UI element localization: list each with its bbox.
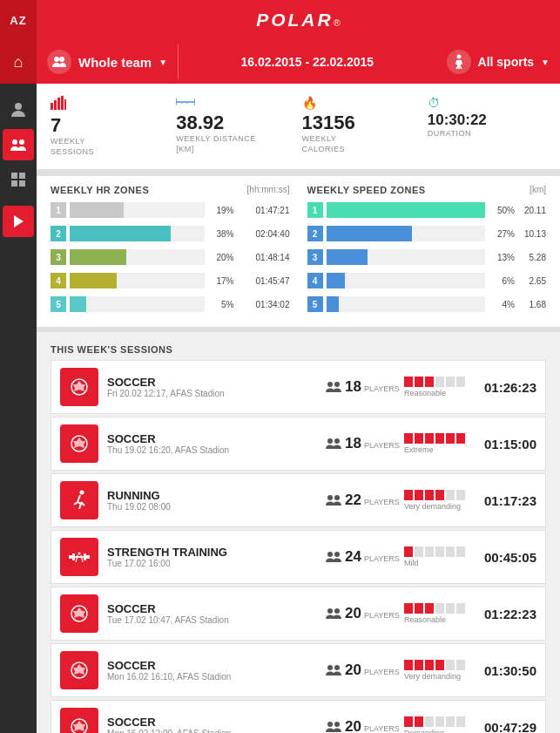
team-selector[interactable]: Whole team ▼ bbox=[37, 44, 179, 79]
players-label: PLAYERS bbox=[364, 554, 400, 563]
calories-label: WEEKLYCALORIES bbox=[302, 134, 346, 154]
sidebar-icon-user[interactable] bbox=[3, 94, 34, 126]
calories-value: 13156 bbox=[302, 112, 355, 134]
sport-selector[interactable]: All sports ▼ bbox=[436, 44, 560, 79]
svg-point-29 bbox=[334, 438, 340, 444]
session-sport-icon bbox=[60, 481, 98, 519]
hr-zone-row: 1 19% 01:47:21 bbox=[51, 200, 290, 220]
session-detail: Tue 17.02 10:47, AFAS Stadion bbox=[107, 615, 326, 625]
svg-point-5 bbox=[15, 103, 22, 110]
home-icon[interactable]: ⌂ bbox=[14, 53, 24, 71]
session-duration: 00:45:05 bbox=[474, 550, 536, 565]
calories-icon: 🔥 bbox=[302, 96, 317, 110]
session-duration: 01:17:23 bbox=[474, 493, 536, 508]
session-sport-icon bbox=[60, 651, 98, 689]
load-label: Demanding bbox=[404, 729, 444, 733]
session-card[interactable]: SOCCER Thu 19.02 16:20, AFAS Stadion 18 … bbox=[51, 417, 546, 471]
session-players: 18 PLAYERS bbox=[326, 378, 404, 396]
load-bars bbox=[404, 490, 465, 500]
load-bars bbox=[404, 546, 465, 557]
session-load: Very demanding bbox=[404, 660, 474, 681]
svg-point-52 bbox=[334, 722, 340, 727]
speed-zone-row: 1 50% 20.11 bbox=[307, 200, 547, 220]
svg-point-30 bbox=[80, 491, 84, 495]
load-label: Very demanding bbox=[404, 672, 461, 681]
svg-rect-10 bbox=[11, 180, 17, 187]
svg-point-38 bbox=[78, 553, 81, 555]
svg-rect-14 bbox=[54, 100, 57, 110]
session-card[interactable]: SOCCER Fri 20.02 12:17, AFAS Stadion 18 … bbox=[51, 360, 546, 414]
session-info: SOCCER Mon 16.02 16:10, AFAS Stadion bbox=[107, 659, 326, 682]
polar-logo: POLAR® bbox=[256, 10, 341, 31]
svg-point-0 bbox=[54, 57, 59, 62]
speed-zones-title: WEEKLY SPEED ZONES bbox=[307, 185, 426, 195]
session-load: Reasonable bbox=[404, 377, 474, 397]
svg-point-2 bbox=[456, 55, 461, 59]
speed-zones: WEEKLY SPEED ZONES [km] 1 50% 20.11 2 27… bbox=[307, 185, 547, 318]
session-duration: 01:22:23 bbox=[474, 607, 536, 621]
load-bars bbox=[404, 660, 465, 670]
session-info: RUNNING Thu 19.02 08:00 bbox=[107, 489, 326, 512]
session-players: 20 PLAYERS bbox=[326, 662, 404, 679]
session-card[interactable]: RUNNING Thu 19.02 08:00 22 PLAYERS Very … bbox=[51, 473, 546, 527]
session-players: 20 PLAYERS bbox=[326, 605, 404, 622]
session-sport-icon bbox=[60, 368, 98, 406]
svg-marker-12 bbox=[14, 215, 24, 227]
sessions-value: 7 bbox=[51, 114, 61, 137]
players-count: 20 bbox=[345, 718, 361, 733]
session-players: 20 PLAYERS bbox=[326, 718, 404, 733]
session-info: STRENGTH TRAINING Tue 17.02 16:00 bbox=[107, 546, 326, 568]
session-detail: Thu 19.02 08:00 bbox=[107, 502, 326, 512]
az-logo: AZ bbox=[0, 0, 37, 40]
distance-icon: ←→ bbox=[176, 96, 195, 110]
session-load: Demanding bbox=[404, 716, 474, 733]
team-dropdown-arrow: ▼ bbox=[159, 58, 167, 67]
svg-marker-42 bbox=[73, 607, 85, 618]
sidebar-icon-team[interactable] bbox=[3, 129, 34, 160]
session-card[interactable]: STRENGTH TRAINING Tue 17.02 16:00 24 PLA… bbox=[51, 530, 546, 584]
svg-marker-50 bbox=[73, 721, 85, 731]
load-label: Reasonable bbox=[404, 615, 446, 624]
session-name: SOCCER bbox=[107, 432, 326, 445]
session-info: SOCCER Fri 20.02 12:17, AFAS Stadion bbox=[107, 376, 326, 398]
session-info: SOCCER Thu 19.02 16:20, AFAS Stadion bbox=[107, 432, 326, 455]
sport-dropdown-arrow: ▼ bbox=[541, 58, 550, 67]
date-range: 16.02.2015 - 22.02.2015 bbox=[179, 55, 435, 69]
sidebar-icon-grid[interactable] bbox=[3, 164, 34, 195]
hr-zones-unit: [hh:mm:ss] bbox=[247, 185, 290, 195]
session-name: STRENGTH TRAINING bbox=[107, 546, 326, 559]
load-label: Mild bbox=[404, 559, 419, 567]
svg-point-39 bbox=[327, 552, 333, 557]
load-bars bbox=[404, 377, 465, 387]
zones-container: WEEKLY HR ZONES [hh:mm:ss] 1 19% 01:47:2… bbox=[37, 176, 560, 327]
svg-marker-23 bbox=[73, 381, 85, 391]
session-card[interactable]: SOCCER Mon 16.02 16:10, AFAS Stadion 20 … bbox=[51, 643, 546, 697]
players-label: PLAYERS bbox=[364, 498, 400, 506]
session-detail: Tue 17.02 16:00 bbox=[107, 559, 326, 568]
hr-zone-row: 3 20% 01:48:14 bbox=[51, 248, 290, 267]
session-card[interactable]: SOCCER Mon 16.02 12:00, AFAS Stadion 20 … bbox=[51, 700, 546, 733]
svg-point-31 bbox=[327, 495, 333, 500]
session-info: SOCCER Mon 16.02 12:00, AFAS Stadion bbox=[107, 716, 326, 733]
sessions-icon bbox=[51, 96, 66, 112]
svg-rect-16 bbox=[61, 96, 64, 110]
svg-marker-46 bbox=[73, 664, 85, 675]
stat-calories: 🔥 13156 WEEKLYCALORIES bbox=[302, 96, 421, 157]
hr-zone-row: 2 38% 02:04:40 bbox=[51, 224, 290, 243]
load-bars bbox=[404, 603, 465, 614]
players-count: 20 bbox=[345, 662, 361, 679]
session-players: 18 PLAYERS bbox=[326, 435, 404, 452]
session-load: Mild bbox=[404, 546, 474, 567]
load-bars bbox=[404, 716, 465, 727]
speed-zone-row: 2 27% 10.13 bbox=[307, 224, 547, 243]
team-name: Whole team bbox=[78, 55, 152, 70]
session-load: Extreme bbox=[404, 433, 474, 454]
players-count: 20 bbox=[345, 605, 361, 622]
session-card[interactable]: SOCCER Tue 17.02 10:47, AFAS Stadion 20 … bbox=[51, 587, 546, 641]
session-players: 22 PLAYERS bbox=[326, 492, 404, 509]
sidebar-play-button[interactable] bbox=[3, 206, 34, 237]
load-label: Extreme bbox=[404, 445, 434, 454]
session-duration: 00:47:29 bbox=[474, 720, 536, 733]
hr-zones-title: WEEKLY HR ZONES bbox=[51, 185, 149, 195]
svg-rect-13 bbox=[51, 103, 53, 110]
